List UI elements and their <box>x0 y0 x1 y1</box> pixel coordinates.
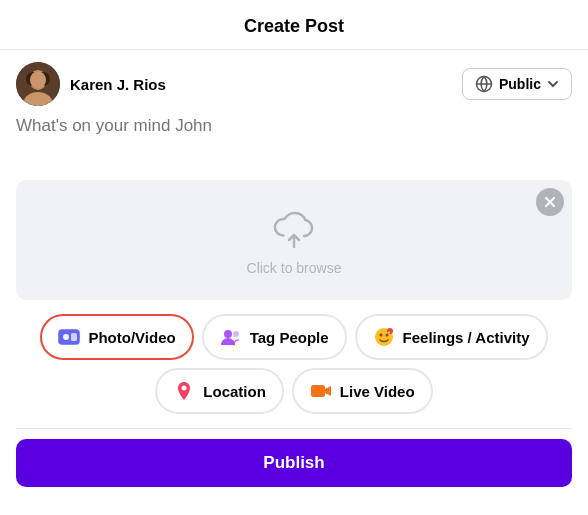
avatar <box>16 62 60 106</box>
user-info: Karen J. Rios <box>16 62 166 106</box>
modal-title: Create Post <box>244 16 344 36</box>
tag-people-button[interactable]: Tag People <box>202 314 347 360</box>
live-video-label: Live Video <box>340 383 415 400</box>
chevron-down-icon <box>547 78 559 90</box>
location-button[interactable]: Location <box>155 368 284 414</box>
user-row: Karen J. Rios Public <box>16 62 572 106</box>
tag-people-icon <box>220 326 242 348</box>
svg-point-11 <box>224 330 232 338</box>
svg-point-5 <box>30 71 46 89</box>
svg-point-9 <box>63 334 69 340</box>
publish-button[interactable]: Publish <box>16 439 572 487</box>
feelings-icon: + <box>373 326 395 348</box>
close-upload-button[interactable] <box>536 188 564 216</box>
svg-point-14 <box>379 334 382 337</box>
live-video-icon <box>310 380 332 402</box>
publish-label: Publish <box>263 453 324 472</box>
live-video-button[interactable]: Live Video <box>292 368 433 414</box>
privacy-label: Public <box>499 76 541 92</box>
svg-text:+: + <box>387 329 390 335</box>
upload-cloud-icon <box>269 204 319 254</box>
feelings-activity-button[interactable]: + Feelings / Activity <box>355 314 548 360</box>
post-text-input[interactable] <box>16 116 572 166</box>
photo-video-icon <box>58 326 80 348</box>
user-name: Karen J. Rios <box>70 76 166 93</box>
photo-video-label: Photo/Video <box>88 329 175 346</box>
svg-point-18 <box>182 386 187 391</box>
modal-header: Create Post <box>0 0 588 50</box>
svg-rect-19 <box>311 385 325 397</box>
upload-label: Click to browse <box>247 260 342 276</box>
svg-rect-10 <box>71 333 77 341</box>
location-icon <box>173 380 195 402</box>
photo-video-button[interactable]: Photo/Video <box>40 314 193 360</box>
privacy-button[interactable]: Public <box>462 68 572 100</box>
upload-area[interactable]: Click to browse <box>16 180 572 300</box>
feelings-activity-label: Feelings / Activity <box>403 329 530 346</box>
action-buttons-row: Photo/Video Tag People <box>16 314 572 414</box>
divider <box>16 428 572 429</box>
globe-icon <box>475 75 493 93</box>
location-label: Location <box>203 383 266 400</box>
close-icon <box>544 196 556 208</box>
svg-point-12 <box>233 331 239 337</box>
tag-people-label: Tag People <box>250 329 329 346</box>
